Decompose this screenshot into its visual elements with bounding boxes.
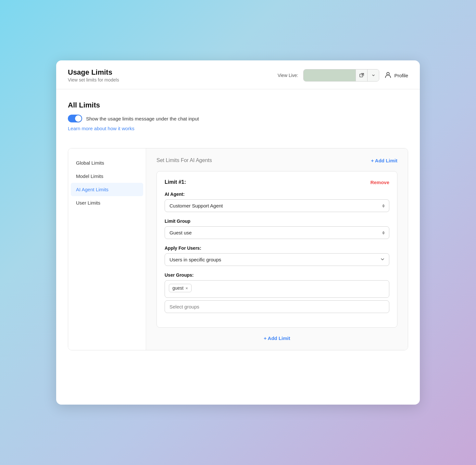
apply-for-users-select[interactable]: All users Users in specific groups Regis… (165, 253, 389, 266)
add-limit-top-button[interactable]: + Add Limit (371, 158, 397, 163)
profile-button[interactable]: Profile (384, 71, 408, 80)
main-panel: Set Limits For AI Agents + Add Limit Lim… (146, 148, 408, 350)
toggle-row: Show the usage limits message under the … (68, 115, 408, 122)
sidebar-item-user-limits[interactable]: User Limits (68, 196, 146, 209)
apply-for-users-select-wrapper: All users Users in specific groups Regis… (165, 253, 389, 266)
ai-agent-label: AI Agent: (165, 192, 389, 197)
content: All Limits Show the usage limits message… (56, 89, 420, 405)
header-left: Usage Limits View set limits for models (68, 68, 119, 82)
chevron-down-icon (372, 74, 375, 77)
tag-label: guest (172, 285, 183, 291)
tag-remove-button[interactable]: × (185, 286, 188, 290)
apply-for-users-label: Apply For Users: (165, 245, 389, 251)
select-groups-input[interactable] (165, 300, 389, 313)
user-groups-label: User Groups: (165, 272, 389, 278)
view-live-label: View Live: (278, 73, 298, 78)
user-groups-field-group: User Groups: guest × (165, 272, 389, 313)
limit-group-select-wrapper: Guest use Registered users Premium (165, 226, 389, 239)
page-title: Usage Limits (68, 68, 119, 77)
ai-agent-select[interactable]: Customer Support Agent Sales Agent Suppo… (165, 199, 389, 212)
sidebar-item-model-limits[interactable]: Model Limits (68, 170, 146, 183)
remove-button[interactable]: Remove (370, 180, 389, 185)
main-card: Usage Limits View set limits for models … (56, 60, 420, 405)
profile-label: Profile (394, 73, 408, 78)
ai-agent-field-group: AI Agent: Customer Support Agent Sales A… (165, 192, 389, 212)
sidebar: Global Limits Model Limits AI Agent Limi… (68, 148, 146, 350)
view-live-input-group (303, 69, 379, 82)
view-live-input[interactable] (304, 69, 356, 81)
ai-agent-select-wrapper: Customer Support Agent Sales Agent Suppo… (165, 199, 389, 212)
limit-number: Limit #1: (165, 179, 186, 185)
sidebar-item-ai-agent-limits[interactable]: AI Agent Limits (71, 183, 143, 196)
limit-group-label: Limit Group (165, 219, 389, 224)
header: Usage Limits View set limits for models … (56, 60, 420, 89)
page-subtitle: View set limits for models (68, 77, 119, 82)
svg-point-2 (387, 72, 389, 75)
panel-title: Set Limits For AI Agents (157, 157, 212, 163)
user-groups-container: guest × (165, 280, 389, 298)
limit-card-header: Limit #1: Remove (165, 179, 389, 185)
limit-group-field-group: Limit Group Guest use Registered users P… (165, 219, 389, 239)
usage-limits-toggle[interactable] (68, 115, 82, 122)
sidebar-item-global-limits[interactable]: Global Limits (68, 156, 146, 170)
section-title: All Limits (68, 101, 408, 109)
add-limit-bottom-button[interactable]: + Add Limit (157, 335, 397, 341)
panel-header: Set Limits For AI Agents + Add Limit (157, 157, 397, 163)
profile-icon (384, 71, 392, 80)
learn-more-link[interactable]: Learn more about how it works (68, 126, 134, 131)
inner-container: Global Limits Model Limits AI Agent Limi… (68, 148, 408, 350)
user-icon (384, 71, 392, 78)
view-live-dropdown-button[interactable] (367, 69, 379, 81)
apply-for-users-field-group: Apply For Users: All users Users in spec… (165, 245, 389, 266)
external-link-icon (359, 73, 364, 78)
limit-card: Limit #1: Remove AI Agent: Customer Supp… (157, 171, 397, 328)
external-link-button[interactable] (356, 69, 367, 81)
header-right: View Live: (278, 69, 408, 82)
limit-group-select[interactable]: Guest use Registered users Premium (165, 226, 389, 239)
guest-tag: guest × (169, 284, 192, 292)
toggle-label: Show the usage limits message under the … (86, 116, 199, 121)
